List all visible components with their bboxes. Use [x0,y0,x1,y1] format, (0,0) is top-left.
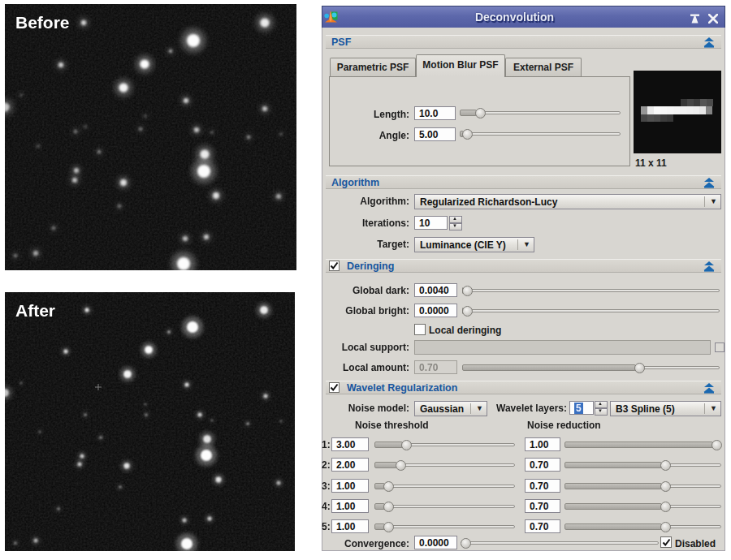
svg-text:Before: Before [15,13,70,32]
svg-text:After: After [15,301,55,320]
